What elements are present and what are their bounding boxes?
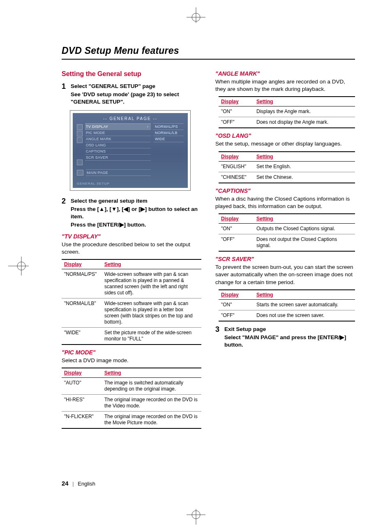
step-detail: See 'DVD setup mode' (page 23) to select… — [71, 91, 201, 106]
table-row: "HI-RES"The original image recorded on t… — [62, 395, 201, 412]
table-row: "ON"Starts the screen saver automaticall… — [219, 299, 355, 310]
table-header-display: Display — [219, 97, 254, 106]
osd-item-selected: TV DISPLAY› — [85, 123, 151, 130]
step-number: 3 — [215, 326, 221, 349]
table-header-setting: Setting — [254, 152, 355, 162]
table-row: "ON"Outputs the Closed Captions signal. — [219, 224, 355, 234]
feature-desc: To prevent the screen burn-out, you can … — [215, 264, 355, 286]
page-number: 24 — [62, 480, 69, 487]
feature-desc: When a disc having the Closed Captions i… — [215, 195, 355, 210]
osd-title: -- GENERAL PAGE -- — [75, 116, 185, 121]
section-heading: Setting the General setup — [62, 70, 201, 78]
table-header-setting: Setting — [254, 214, 355, 224]
step-number: 1 — [62, 83, 67, 106]
step-detail: Select "MAIN PAGE" and press the [ENTER/… — [224, 334, 355, 349]
osd-bottom-label: GENERAL SETUP — [77, 182, 110, 185]
osd-item: SCR SAVER — [85, 154, 151, 161]
feature-heading-osd-lang: "OSD LANG" — [215, 132, 355, 139]
left-column: Setting the General setup 1 Select "GENE… — [62, 70, 201, 432]
table-header-setting: Setting — [254, 97, 355, 106]
title-rule — [62, 59, 355, 60]
osd-icon — [77, 124, 83, 130]
osd-item: ANGLE MARK — [85, 136, 151, 142]
table-row: "N-FLICKER"The original image recorded o… — [62, 412, 201, 429]
table-header-display: Display — [219, 214, 254, 224]
page-title: DVD Setup Menu features — [62, 45, 355, 56]
table-row: "CHINESE"Set the Chinese. — [219, 172, 355, 183]
table-row: "NORMAL/PS"Wide-screen software with pan… — [62, 269, 201, 298]
table-header-display: Display — [62, 368, 102, 378]
table-row: "OFF"Does not use the screen saver. — [219, 310, 355, 321]
table-scr-saver: Display Setting "ON"Starts the screen sa… — [219, 289, 355, 322]
table-row: "WIDE"Set the picture mode of the wide-s… — [62, 327, 201, 345]
table-pic-mode: Display Setting "AUTO"The image is switc… — [62, 368, 201, 429]
feature-heading-tv-display: "TV DISPLAY" — [62, 233, 201, 240]
osd-icon-column — [77, 123, 83, 165]
registration-mark-top — [183, 7, 209, 23]
osd-icon — [77, 131, 83, 136]
table-osd-lang: Display Setting "ENGLISH"Set the English… — [219, 151, 355, 183]
table-row: "OFF"Does not display the Angle mark. — [219, 117, 355, 128]
osd-main-page: MAIN PAGE — [86, 169, 151, 176]
page: DVD Setup Menu features Setting the Gene… — [0, 0, 392, 532]
step-detail: Press the [▲], [▼], [◀] or [▶] button to… — [71, 206, 201, 220]
registration-mark-bottom — [183, 509, 209, 525]
table-header-setting: Setting — [254, 290, 355, 300]
table-row: "AUTO"The image is switched automaticall… — [62, 378, 201, 395]
feature-heading-scr-saver: "SCR SAVER" — [215, 256, 355, 262]
right-column: "ANGLE MARK" When multiple image angles … — [215, 70, 355, 432]
osd-icon — [77, 137, 83, 143]
osd-menu: TV DISPLAY› PIC MODE ANGLE MARK OSD LANG… — [85, 123, 151, 165]
step-2: 2 Select the general setup item Press th… — [62, 197, 201, 229]
step-number: 2 — [62, 197, 67, 229]
osd-icon — [77, 170, 83, 176]
osd-subitem: NORMAL/PS — [153, 123, 184, 130]
table-header-display: Display — [219, 290, 254, 300]
table-tv-display: Display Setting "NORMAL/PS"Wide-screen s… — [62, 259, 201, 345]
feature-heading-pic-mode: "PIC MODE" — [62, 349, 201, 356]
step-lead: Select "GENERAL SETUP" page — [71, 83, 201, 90]
table-row: "ON"Displays the Angle mark. — [219, 106, 355, 117]
feature-desc: Select a DVD image mode. — [62, 357, 201, 364]
step-lead: Exit Setup page — [224, 326, 355, 333]
feature-heading-angle-mark: "ANGLE MARK" — [215, 70, 355, 77]
step-3: 3 Exit Setup page Select "MAIN PAGE" and… — [215, 326, 355, 349]
osd-item: PIC MODE — [85, 130, 151, 136]
step-detail: Press the [ENTER/▶] button. — [71, 221, 201, 229]
table-header-setting: Setting — [102, 368, 201, 378]
page-footer: 24 | English — [62, 480, 95, 487]
feature-desc: Set the setup, message or other display … — [215, 140, 355, 148]
osd-subitem: NORMAL/LB — [153, 130, 184, 136]
table-row: "ENGLISH"Set the English. — [219, 161, 355, 172]
step-lead: Select the general setup item — [71, 197, 201, 205]
osd-submenu: NORMAL/PS NORMAL/LB WIDE — [153, 123, 184, 165]
table-row: "OFF"Does not output the Closed Captions… — [219, 234, 355, 252]
table-row: "NORMAL/LB"Wide-screen software with pan… — [62, 298, 201, 327]
table-angle-mark: Display Setting "ON"Displays the Angle m… — [219, 96, 355, 128]
osd-item: CAPTIONS — [85, 148, 151, 154]
osd-item: OSD LANG — [85, 142, 151, 148]
feature-desc: Use the procedure described below to set… — [62, 241, 201, 256]
step-1: 1 Select "GENERAL SETUP" page See 'DVD s… — [62, 83, 201, 106]
osd-icon — [77, 160, 83, 165]
table-header-setting: Setting — [102, 259, 201, 269]
feature-heading-captions: "CAPTIONS" — [215, 187, 355, 194]
table-captions: Display Setting "ON"Outputs the Closed C… — [219, 213, 355, 252]
page-language: English — [78, 481, 95, 487]
table-header-display: Display — [62, 259, 102, 269]
registration-mark-left — [8, 253, 29, 279]
feature-desc: When multiple image angles are recorded … — [215, 78, 355, 93]
osd-screenshot: -- GENERAL PAGE -- TV DISPLAY› PIC MODE — [70, 110, 191, 191]
osd-subitem: WIDE — [153, 136, 184, 142]
table-header-display: Display — [219, 152, 254, 162]
